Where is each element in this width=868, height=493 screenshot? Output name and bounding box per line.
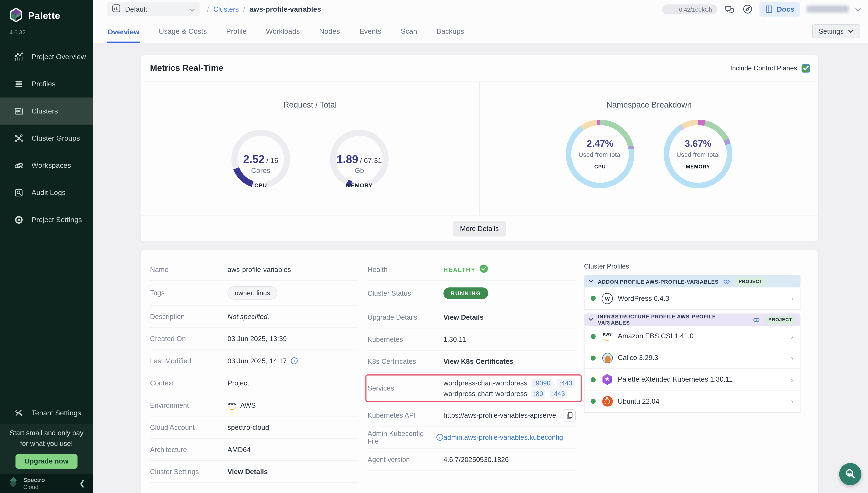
row-label: Services	[368, 384, 444, 392]
tab-overview[interactable]: Overview	[107, 27, 140, 43]
service-port-link[interactable]: :443	[550, 389, 567, 398]
copy-icon[interactable]	[563, 409, 576, 421]
view-k8s-certificates-link[interactable]: View K8s Certificates	[443, 358, 513, 365]
cluster-details-card: Name aws-profile-variables Tags owner: l…	[140, 250, 818, 493]
tab-backups[interactable]: Backups	[436, 27, 465, 43]
sidebar-item-profiles[interactable]: Profiles	[0, 70, 93, 98]
detail-row-cluster-status: Cluster Status RUNNING	[368, 281, 576, 306]
docs-button[interactable]: Docs	[760, 2, 800, 16]
detail-row-created-on: Created On 03 Jun 2025, 13:39	[150, 328, 358, 350]
tab-events[interactable]: Events	[359, 27, 382, 43]
book-icon	[765, 5, 774, 13]
upgrade-promo: Start small and only pay for what you us…	[0, 424, 93, 473]
settings-button[interactable]: Settings	[812, 24, 860, 38]
addon-profile-header[interactable]: ADDON PROFILE AWS-PROFILE-VARIABLES PROJ…	[584, 275, 801, 287]
sidebar-item-clusters[interactable]: Clusters	[0, 98, 93, 125]
project-selector[interactable]: Default	[107, 2, 200, 16]
workspaces-icon	[14, 160, 24, 170]
tools-icon	[14, 408, 24, 418]
upgrade-view-details-link[interactable]: View Details	[443, 313, 484, 321]
detail-row-cluster-settings: Cluster Settings View Details	[150, 461, 358, 483]
tab-usage-costs[interactable]: Usage & Costs	[158, 27, 207, 43]
cpu-request-value: 2.52	[243, 153, 265, 165]
cpu-unit: Cores	[228, 166, 293, 174]
sidebar: Palette 4.6.32 Project Overview Profiles	[0, 0, 93, 493]
pack-name: Amazon EBS CSI 1.41.0	[618, 333, 693, 340]
compass-icon[interactable]	[742, 4, 753, 15]
help-search-button[interactable]	[839, 463, 861, 485]
collapse-sidebar-chevron-icon[interactable]: ❮	[79, 479, 85, 487]
user-menu-chevron-icon[interactable]	[855, 6, 861, 12]
user-name-redacted[interactable]	[806, 5, 848, 13]
detail-row-k8s-certificates: K8s Certificates View K8s Certificates	[368, 351, 576, 373]
app-version: 4.6.32	[0, 24, 93, 36]
profiles-icon	[14, 79, 24, 89]
detail-row-admin-kubeconfig: Admin Kubeconfig File admin.aws-profile-…	[368, 426, 576, 448]
profile-pack-row-palette-extended-kubernetes[interactable]: Palette eXtended Kubernetes 1.30.11 ›	[584, 369, 800, 390]
addon-profile-name: ADDON PROFILE AWS-PROFILE-VARIABLES	[598, 278, 719, 284]
pack-status-dot	[591, 296, 596, 301]
sidebar-item-label: Project Overview	[31, 52, 86, 61]
cluster-name-value: aws-profile-variables	[227, 265, 291, 274]
healthy-check-icon	[480, 264, 488, 275]
request-total-section: Request / Total 2.52/ 16 Cores CPU	[140, 82, 480, 215]
breadcrumb-separator: /	[243, 5, 245, 13]
metrics-card: Metrics Real-Time Include Control Planes…	[140, 56, 818, 241]
link-icon	[753, 316, 760, 323]
app-root: Palette 4.6.32 Project Overview Profiles	[0, 0, 868, 493]
pack-name: Palette eXtended Kubernetes 1.30.11	[618, 376, 733, 383]
memory-unit: Gb	[327, 166, 392, 174]
profile-pack-row-ubuntu[interactable]: Ubuntu 22.04 ›	[584, 390, 800, 412]
project-badge: PROJECT	[735, 277, 766, 285]
profile-pack-row-amazon-ebs-csi[interactable]: Amazon EBS CSI 1.41.0 ›	[584, 326, 800, 347]
detail-row-services: Services wordpress-chart-wordpress :9090…	[368, 373, 576, 404]
row-label: Created On	[150, 335, 228, 343]
service-port-link[interactable]: :80	[532, 389, 545, 398]
context-value: Project	[227, 379, 249, 387]
infrastructure-profile-group: INFRASTRUCTURE PROFILE AWS-PROFILE-VARIA…	[584, 314, 801, 413]
ubuntu-logo-icon	[602, 396, 613, 407]
tab-scan[interactable]: Scan	[400, 27, 418, 43]
service-port-link[interactable]: :9090	[532, 379, 553, 388]
more-details-button[interactable]: More Details	[453, 221, 506, 236]
row-label: Tags	[150, 289, 228, 297]
detail-row-upgrade-details: Upgrade Details View Details	[368, 306, 576, 328]
infrastructure-profile-header[interactable]: INFRASTRUCTURE PROFILE AWS-PROFILE-VARIA…	[584, 314, 801, 326]
chevron-down-icon	[848, 29, 853, 33]
sidebar-item-tenant-settings[interactable]: Tenant Settings	[0, 405, 93, 421]
sidebar-item-project-settings[interactable]: Project Settings	[0, 206, 93, 233]
chat-icon[interactable]	[724, 4, 735, 15]
admin-kubeconfig-link[interactable]: admin.aws-profile-variables.kubeconfig	[443, 433, 563, 441]
info-icon[interactable]	[436, 434, 443, 441]
info-icon[interactable]	[291, 357, 298, 364]
tab-nodes[interactable]: Nodes	[319, 27, 340, 43]
namespace-memory-label: MEMORY	[686, 164, 710, 170]
breadcrumb-clusters-link[interactable]: Clusters	[213, 5, 239, 13]
row-label: Agent version	[368, 456, 444, 464]
chevron-right-icon: ›	[791, 375, 793, 384]
profile-pack-row-calico[interactable]: Calico 3.29.3 ›	[584, 347, 800, 369]
upgrade-now-button[interactable]: Upgrade now	[16, 454, 77, 468]
infrastructure-profile-name: INFRASTRUCTURE PROFILE AWS-PROFILE-VARIA…	[598, 314, 749, 326]
health-status-value: HEALTHY	[443, 266, 475, 273]
sidebar-item-cluster-groups[interactable]: Cluster Groups	[0, 125, 93, 152]
sidebar-item-audit-logs[interactable]: Audit Logs	[0, 179, 93, 206]
tab-profile[interactable]: Profile	[226, 27, 247, 43]
detail-row-tags: Tags owner: linus	[150, 281, 358, 306]
sidebar-item-workspaces[interactable]: Workspaces	[0, 152, 93, 179]
tab-workloads[interactable]: Workloads	[265, 27, 301, 43]
breadcrumb-current: aws-profile-variables	[249, 5, 321, 13]
sidebar-item-label: Clusters	[31, 107, 58, 115]
service-port-link[interactable]: :443	[557, 379, 575, 388]
row-label: Upgrade Details	[368, 313, 444, 321]
project-selector-value: Default	[125, 5, 147, 13]
chevron-right-icon: ›	[791, 353, 793, 362]
sidebar-item-label: Project Settings	[31, 216, 82, 224]
tenant-settings-label: Tenant Settings	[31, 409, 81, 417]
audit-logs-icon	[14, 188, 24, 197]
include-control-planes-checkbox[interactable]	[802, 64, 810, 72]
profile-pack-row-wordpress[interactable]: WordPress 6.4.3 ›	[584, 287, 800, 309]
cluster-settings-view-details-link[interactable]: View Details	[227, 468, 268, 476]
project-badge: PROJECT	[764, 316, 796, 324]
sidebar-item-project-overview[interactable]: Project Overview	[0, 43, 93, 70]
